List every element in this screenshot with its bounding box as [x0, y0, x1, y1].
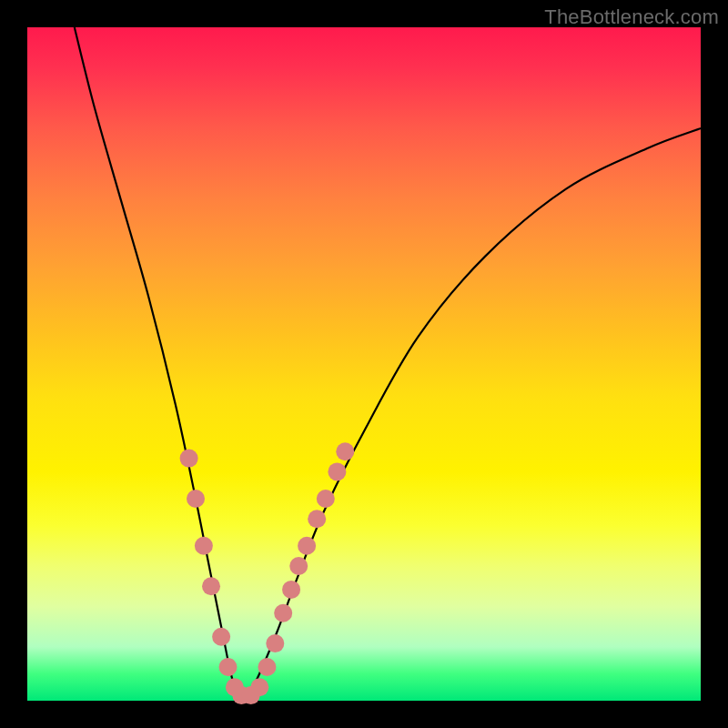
highlight-dot	[317, 490, 335, 508]
chart-container: TheBottleneck.com	[0, 0, 728, 728]
highlight-dots	[180, 442, 355, 704]
highlight-dot	[180, 450, 198, 468]
highlight-dot	[336, 442, 354, 460]
highlight-dot	[289, 557, 308, 575]
highlight-dot	[250, 678, 268, 696]
highlight-dot	[219, 658, 238, 676]
highlight-dot	[328, 462, 346, 480]
highlight-dot	[298, 537, 316, 555]
plot-area	[27, 27, 701, 701]
chart-svg	[27, 27, 701, 701]
highlight-dot	[212, 628, 230, 646]
highlight-dot	[187, 490, 205, 508]
highlight-dot	[274, 604, 292, 622]
bottleneck-curve	[75, 27, 701, 701]
watermark-text: TheBottleneck.com	[544, 5, 719, 29]
highlight-dot	[308, 510, 326, 528]
highlight-dot	[202, 577, 220, 595]
highlight-dot	[195, 537, 213, 555]
highlight-dot	[282, 581, 300, 599]
highlight-dot	[258, 658, 276, 676]
highlight-dot	[266, 634, 284, 652]
